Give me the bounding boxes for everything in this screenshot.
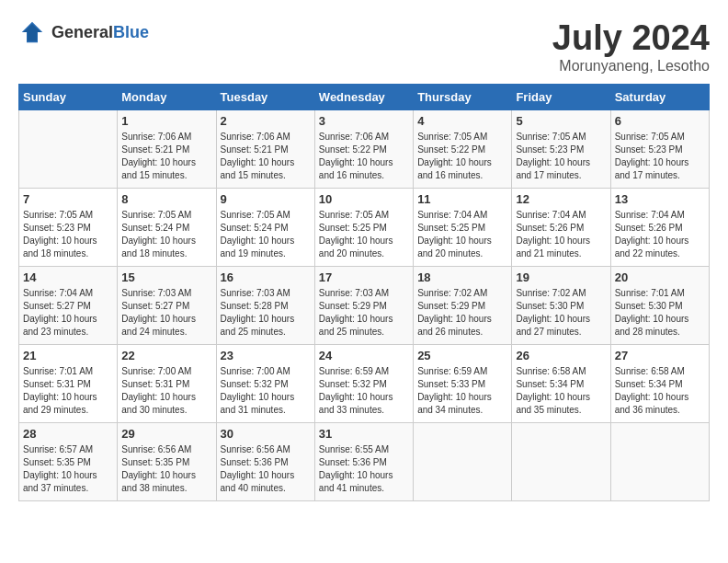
calendar-header-row: Sunday Monday Tuesday Wednesday Thursday… bbox=[19, 85, 710, 110]
calendar-cell bbox=[414, 423, 512, 501]
calendar-table: Sunday Monday Tuesday Wednesday Thursday… bbox=[18, 84, 710, 501]
day-info: Sunrise: 7:04 AMSunset: 5:26 PMDaylight:… bbox=[615, 209, 705, 260]
col-friday: Friday bbox=[512, 85, 610, 110]
col-wednesday: Wednesday bbox=[314, 85, 413, 110]
col-tuesday: Tuesday bbox=[216, 85, 314, 110]
calendar-week-row: 21Sunrise: 7:01 AMSunset: 5:31 PMDayligh… bbox=[19, 345, 710, 423]
calendar-cell: 6Sunrise: 7:05 AMSunset: 5:23 PMDaylight… bbox=[610, 110, 709, 189]
day-number: 2 bbox=[221, 114, 311, 128]
calendar-cell: 7Sunrise: 7:05 AMSunset: 5:23 PMDaylight… bbox=[19, 189, 118, 267]
calendar-cell: 2Sunrise: 7:06 AMSunset: 5:21 PMDaylight… bbox=[216, 110, 314, 189]
day-info: Sunrise: 7:05 AMSunset: 5:24 PMDaylight:… bbox=[221, 209, 311, 260]
calendar-cell: 10Sunrise: 7:05 AMSunset: 5:25 PMDayligh… bbox=[314, 189, 413, 267]
day-info: Sunrise: 7:04 AMSunset: 5:27 PMDaylight:… bbox=[23, 287, 113, 339]
calendar-cell: 16Sunrise: 7:03 AMSunset: 5:28 PMDayligh… bbox=[216, 267, 314, 345]
calendar-cell: 29Sunrise: 6:56 AMSunset: 5:35 PMDayligh… bbox=[118, 423, 216, 501]
calendar-week-row: 7Sunrise: 7:05 AMSunset: 5:23 PMDaylight… bbox=[19, 189, 710, 267]
day-info: Sunrise: 7:05 AMSunset: 5:25 PMDaylight:… bbox=[319, 209, 409, 260]
calendar-cell: 3Sunrise: 7:06 AMSunset: 5:22 PMDaylight… bbox=[314, 110, 413, 189]
calendar-cell: 31Sunrise: 6:55 AMSunset: 5:36 PMDayligh… bbox=[314, 423, 413, 501]
day-number: 17 bbox=[319, 270, 409, 284]
day-info: Sunrise: 7:00 AMSunset: 5:32 PMDaylight:… bbox=[221, 365, 311, 417]
calendar-cell: 20Sunrise: 7:01 AMSunset: 5:30 PMDayligh… bbox=[610, 267, 709, 345]
calendar-cell: 25Sunrise: 6:59 AMSunset: 5:33 PMDayligh… bbox=[414, 345, 512, 423]
calendar-cell bbox=[19, 110, 118, 189]
day-info: Sunrise: 6:56 AMSunset: 5:36 PMDaylight:… bbox=[221, 443, 311, 495]
month-year: July 2024 bbox=[552, 18, 710, 58]
day-info: Sunrise: 7:05 AMSunset: 5:22 PMDaylight:… bbox=[417, 131, 507, 182]
calendar-cell: 8Sunrise: 7:05 AMSunset: 5:24 PMDaylight… bbox=[118, 189, 216, 267]
day-number: 20 bbox=[615, 270, 705, 284]
day-number: 30 bbox=[221, 427, 311, 441]
calendar-cell: 5Sunrise: 7:05 AMSunset: 5:23 PMDaylight… bbox=[512, 110, 610, 189]
day-number: 3 bbox=[319, 114, 409, 128]
logo-text: GeneralBlue bbox=[51, 23, 149, 42]
calendar-cell: 4Sunrise: 7:05 AMSunset: 5:22 PMDaylight… bbox=[414, 110, 512, 189]
day-info: Sunrise: 7:06 AMSunset: 5:21 PMDaylight:… bbox=[121, 131, 211, 182]
day-info: Sunrise: 6:55 AMSunset: 5:36 PMDaylight:… bbox=[319, 443, 409, 495]
calendar-week-row: 1Sunrise: 7:06 AMSunset: 5:21 PMDaylight… bbox=[19, 110, 710, 189]
logo: GeneralBlue bbox=[18, 18, 149, 46]
day-info: Sunrise: 6:59 AMSunset: 5:32 PMDaylight:… bbox=[319, 365, 409, 417]
day-number: 9 bbox=[221, 192, 311, 206]
day-number: 8 bbox=[121, 192, 211, 206]
calendar-cell: 18Sunrise: 7:02 AMSunset: 5:29 PMDayligh… bbox=[414, 267, 512, 345]
col-thursday: Thursday bbox=[414, 85, 512, 110]
day-number: 14 bbox=[23, 270, 113, 284]
calendar-cell: 9Sunrise: 7:05 AMSunset: 5:24 PMDaylight… bbox=[216, 189, 314, 267]
day-info: Sunrise: 7:03 AMSunset: 5:29 PMDaylight:… bbox=[319, 287, 409, 339]
day-info: Sunrise: 7:06 AMSunset: 5:22 PMDaylight:… bbox=[319, 131, 409, 182]
day-number: 21 bbox=[23, 349, 113, 362]
day-info: Sunrise: 7:01 AMSunset: 5:31 PMDaylight:… bbox=[23, 365, 113, 417]
title-block: July 2024 Morunyaneng, Lesotho bbox=[552, 18, 710, 75]
day-number: 7 bbox=[23, 192, 113, 206]
col-saturday: Saturday bbox=[610, 85, 709, 110]
day-info: Sunrise: 7:05 AMSunset: 5:24 PMDaylight:… bbox=[121, 209, 211, 260]
day-number: 19 bbox=[516, 270, 606, 284]
calendar-cell: 13Sunrise: 7:04 AMSunset: 5:26 PMDayligh… bbox=[610, 189, 709, 267]
day-number: 12 bbox=[516, 192, 606, 206]
day-info: Sunrise: 7:03 AMSunset: 5:28 PMDaylight:… bbox=[221, 287, 311, 339]
calendar-cell: 11Sunrise: 7:04 AMSunset: 5:25 PMDayligh… bbox=[414, 189, 512, 267]
day-number: 5 bbox=[516, 114, 606, 128]
day-number: 23 bbox=[221, 349, 311, 362]
calendar-cell: 17Sunrise: 7:03 AMSunset: 5:29 PMDayligh… bbox=[314, 267, 413, 345]
calendar-cell: 27Sunrise: 6:58 AMSunset: 5:34 PMDayligh… bbox=[610, 345, 709, 423]
day-info: Sunrise: 7:05 AMSunset: 5:23 PMDaylight:… bbox=[516, 131, 606, 182]
calendar-cell: 1Sunrise: 7:06 AMSunset: 5:21 PMDaylight… bbox=[118, 110, 216, 189]
day-info: Sunrise: 7:05 AMSunset: 5:23 PMDaylight:… bbox=[23, 209, 113, 260]
day-info: Sunrise: 6:57 AMSunset: 5:35 PMDaylight:… bbox=[23, 443, 113, 495]
day-info: Sunrise: 7:04 AMSunset: 5:26 PMDaylight:… bbox=[516, 209, 606, 260]
day-info: Sunrise: 7:00 AMSunset: 5:31 PMDaylight:… bbox=[121, 365, 211, 417]
calendar-cell: 21Sunrise: 7:01 AMSunset: 5:31 PMDayligh… bbox=[19, 345, 118, 423]
calendar-week-row: 28Sunrise: 6:57 AMSunset: 5:35 PMDayligh… bbox=[19, 423, 710, 501]
calendar-cell: 28Sunrise: 6:57 AMSunset: 5:35 PMDayligh… bbox=[19, 423, 118, 501]
day-info: Sunrise: 7:03 AMSunset: 5:27 PMDaylight:… bbox=[121, 287, 211, 339]
day-number: 13 bbox=[615, 192, 705, 206]
calendar-cell: 14Sunrise: 7:04 AMSunset: 5:27 PMDayligh… bbox=[19, 267, 118, 345]
logo-icon bbox=[18, 18, 46, 46]
calendar-cell: 26Sunrise: 6:58 AMSunset: 5:34 PMDayligh… bbox=[512, 345, 610, 423]
page-header: GeneralBlue July 2024 Morunyaneng, Lesot… bbox=[18, 18, 710, 75]
day-number: 11 bbox=[417, 192, 507, 206]
calendar-cell bbox=[610, 423, 709, 501]
calendar-cell: 15Sunrise: 7:03 AMSunset: 5:27 PMDayligh… bbox=[118, 267, 216, 345]
location: Morunyaneng, Lesotho bbox=[552, 58, 710, 75]
day-number: 16 bbox=[221, 270, 311, 284]
calendar-cell: 23Sunrise: 7:00 AMSunset: 5:32 PMDayligh… bbox=[216, 345, 314, 423]
col-monday: Monday bbox=[118, 85, 216, 110]
day-info: Sunrise: 6:59 AMSunset: 5:33 PMDaylight:… bbox=[417, 365, 507, 417]
calendar-cell: 19Sunrise: 7:02 AMSunset: 5:30 PMDayligh… bbox=[512, 267, 610, 345]
day-number: 28 bbox=[23, 427, 113, 441]
day-number: 4 bbox=[417, 114, 507, 128]
col-sunday: Sunday bbox=[19, 85, 118, 110]
calendar-week-row: 14Sunrise: 7:04 AMSunset: 5:27 PMDayligh… bbox=[19, 267, 710, 345]
calendar-cell: 30Sunrise: 6:56 AMSunset: 5:36 PMDayligh… bbox=[216, 423, 314, 501]
logo-blue: Blue bbox=[113, 23, 149, 41]
calendar-cell: 22Sunrise: 7:00 AMSunset: 5:31 PMDayligh… bbox=[118, 345, 216, 423]
day-number: 26 bbox=[516, 349, 606, 362]
day-number: 31 bbox=[319, 427, 409, 441]
day-info: Sunrise: 7:04 AMSunset: 5:25 PMDaylight:… bbox=[417, 209, 507, 260]
day-number: 29 bbox=[121, 427, 211, 441]
day-info: Sunrise: 7:02 AMSunset: 5:30 PMDaylight:… bbox=[516, 287, 606, 339]
